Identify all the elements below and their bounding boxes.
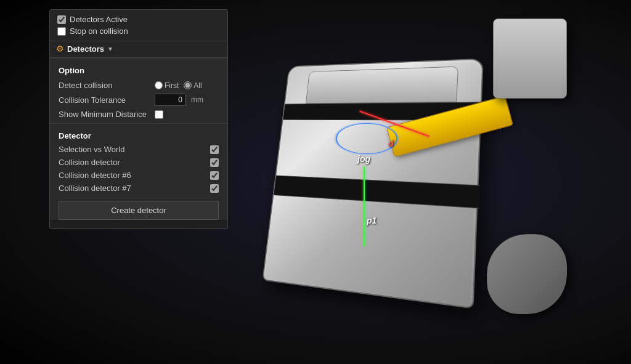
radio-all-label: All [193,81,202,90]
label-d: d [388,139,394,148]
detector-checkbox-2[interactable] [210,171,219,180]
machine-black-strip2 [274,176,480,209]
detector-row-1: Collision detector [50,156,227,169]
detector-row-3: Collision detector #7 [50,182,227,195]
collision-tolerance-input[interactable] [155,94,185,106]
detector-row-0: Selection vs World [50,143,227,156]
gear-icon: ⚙ [56,44,64,54]
detect-collision-radio-group: First All [155,81,202,90]
chevron-down-icon: ▼ [107,46,113,52]
show-min-distance-row: Show Minimum Distance [50,108,227,121]
detectors-dropdown-btn[interactable]: ⚙ Detectors ▼ [50,41,227,58]
detector-name-0: Selection vs World [59,145,124,154]
show-min-distance-checkbox[interactable] [155,110,163,119]
collision-tolerance-row: Collision Tolerance mm [50,92,227,108]
detector-section-title: Detector [50,126,227,143]
option-section-title: Option [50,63,227,79]
create-detector-button[interactable]: Create detector [59,201,219,220]
detector-checkbox-3[interactable] [210,184,219,193]
radio-all-input[interactable] [184,81,192,89]
detector-name-2: Collision detector #6 [59,171,131,180]
top-checkboxes: Detectors Active Stop on collision [50,10,227,41]
machine-body [262,59,483,309]
detectors-active-row: Detectors Active [57,15,220,24]
detect-collision-label: Detect collision [59,81,151,90]
radio-first-label: First [165,81,179,90]
detector-name-1: Collision detector [59,158,120,167]
green-axis [364,166,365,246]
radio-first-input[interactable] [155,81,163,89]
detectors-active-label: Detectors Active [70,15,128,24]
detectors-active-checkbox[interactable] [57,15,66,24]
label-p1: p1 [367,216,377,225]
detector-row-2: Collision detector #6 [50,169,227,182]
stop-on-collision-label: Stop on collision [70,26,128,36]
collision-tolerance-label: Collision Tolerance [59,95,151,105]
dropdown-content: Option Detect collision First All Collis… [50,58,227,220]
radio-first-option[interactable]: First [155,81,179,90]
radio-all-option[interactable]: All [184,81,202,90]
right-device-bottom [487,234,567,314]
detector-name-3: Collision detector #7 [59,184,131,193]
stop-on-collision-checkbox[interactable] [57,27,66,36]
detector-checkbox-1[interactable] [210,158,219,167]
detect-collision-row: Detect collision First All [50,79,227,92]
detectors-dropdown-label: Detectors [67,44,104,54]
detector-checkbox-0[interactable] [210,145,219,154]
right-device-top [493,18,567,99]
machine-top [306,67,458,104]
section-divider [50,123,227,124]
machine-visual: jog d p1 [216,18,598,351]
stop-on-collision-row: Stop on collision [57,26,220,36]
mm-label: mm [191,95,203,104]
label-jog: jog [357,154,370,164]
show-min-distance-label: Show Minimum Distance [59,110,151,119]
collision-panel: Detectors Active Stop on collision ⚙ Det… [49,9,228,229]
